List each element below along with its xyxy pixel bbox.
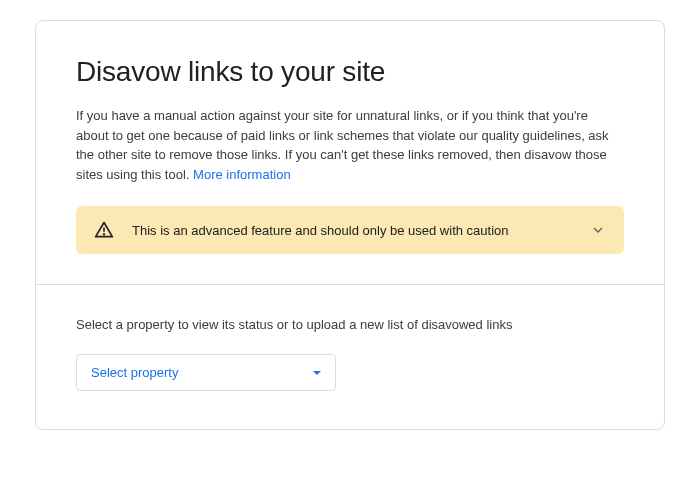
page-description: If you have a manual action against your… bbox=[76, 106, 624, 184]
more-information-link[interactable]: More information bbox=[193, 167, 291, 182]
select-property-dropdown[interactable]: Select property bbox=[76, 354, 336, 391]
page-title: Disavow links to your site bbox=[76, 56, 624, 88]
select-property-label: Select property bbox=[91, 365, 178, 380]
card-upper: Disavow links to your site If you have a… bbox=[36, 21, 664, 284]
property-instruction: Select a property to view its status or … bbox=[76, 317, 624, 332]
property-section: Select a property to view its status or … bbox=[36, 285, 664, 429]
chevron-down-icon bbox=[590, 222, 606, 238]
dropdown-arrow-icon bbox=[313, 371, 321, 375]
svg-point-1 bbox=[104, 234, 105, 235]
disavow-card: Disavow links to your site If you have a… bbox=[35, 20, 665, 430]
warning-banner[interactable]: This is an advanced feature and should o… bbox=[76, 206, 624, 254]
warning-text: This is an advanced feature and should o… bbox=[132, 223, 572, 238]
warning-triangle-icon bbox=[94, 220, 114, 240]
description-text: If you have a manual action against your… bbox=[76, 108, 609, 182]
